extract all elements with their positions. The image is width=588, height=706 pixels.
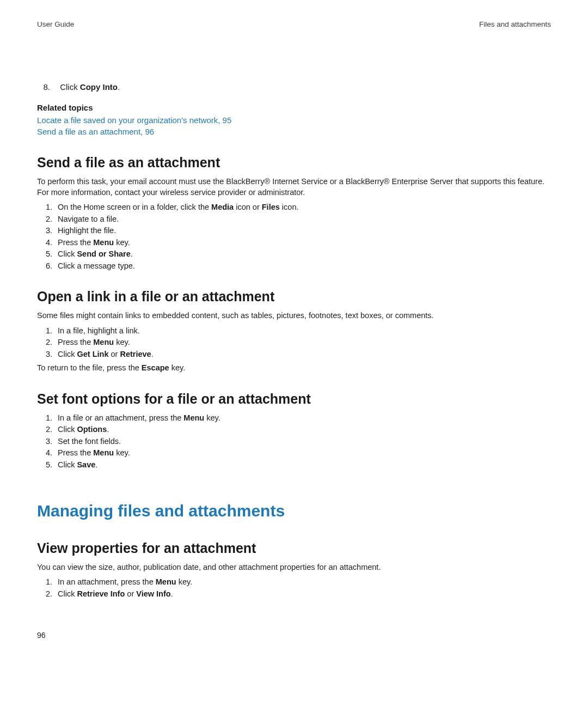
- step-text: icon.: [280, 203, 299, 211]
- step-text: Click: [58, 425, 77, 434]
- step-text: .: [131, 249, 133, 258]
- step-text: icon or: [234, 203, 262, 211]
- list-item: Click Send or Share.: [37, 249, 551, 260]
- list-item: Set the font fields.: [37, 436, 551, 447]
- related-topics-heading: Related topics: [37, 102, 551, 113]
- running-header: User Guide Files and attachments: [37, 20, 551, 29]
- step-text: or: [125, 589, 136, 598]
- step-bold: Get Link: [77, 350, 108, 358]
- step-text: .: [151, 350, 154, 358]
- list-item: Press the Menu key.: [37, 238, 551, 248]
- step-text: Click: [58, 460, 77, 469]
- related-link-1[interactable]: Locate a file saved on your organization…: [37, 115, 231, 125]
- section-send-title: Send a file as an attachment: [37, 154, 551, 172]
- section-view-title: View properties for an attachment: [37, 539, 551, 558]
- step-text: Highlight the file.: [58, 226, 116, 235]
- page: User Guide Files and attachments 8. Clic…: [0, 0, 588, 706]
- chapter-title: Managing files and attachments: [37, 500, 551, 522]
- section-open-intro: Some files might contain links to embedd…: [37, 311, 551, 321]
- list-item: In a file, highlight a link.: [37, 326, 551, 337]
- list-item: Click Retrieve Info or View Info.: [37, 589, 551, 600]
- step-text: .: [95, 460, 97, 469]
- step-text: Click: [58, 249, 77, 258]
- section-open-after: To return to the file, press the Escape …: [37, 363, 551, 374]
- step-text: .: [107, 425, 109, 434]
- step-text: Click: [58, 589, 77, 598]
- related-link-2[interactable]: Send a file as an attachment, 96: [37, 127, 154, 136]
- step-8-text-post: .: [118, 82, 120, 92]
- header-right: Files and attachments: [479, 20, 551, 29]
- header-left: User Guide: [37, 20, 74, 29]
- step-8-text-pre: Click: [60, 82, 80, 92]
- section-view-intro: You can view the size, author, publicati…: [37, 562, 551, 573]
- step-bold: Send or Share: [77, 249, 130, 258]
- step-text: Press the: [58, 448, 93, 457]
- step-bold: Menu: [93, 448, 114, 457]
- step-text: Click: [58, 350, 77, 358]
- list-item: Click a message type.: [37, 261, 551, 272]
- step-bold: Media: [211, 203, 234, 211]
- list-item: In an attachment, press the Menu key.: [37, 577, 551, 588]
- step-bold: Files: [262, 203, 280, 211]
- step-bold: Save: [77, 460, 95, 469]
- section-open-title: Open a link in a file or an attachment: [37, 288, 551, 306]
- page-number: 96: [37, 630, 46, 641]
- step-bold: Menu: [156, 577, 176, 586]
- step-text: Press the: [58, 238, 93, 247]
- section-view-steps: In an attachment, press the Menu key. Cl…: [37, 577, 551, 599]
- section-send-intro: To perform this task, your email account…: [37, 176, 551, 198]
- after-text: key.: [169, 363, 186, 372]
- step-bold: Menu: [93, 338, 114, 346]
- step-8-number: 8.: [37, 82, 50, 93]
- step-bold: Menu: [93, 238, 114, 247]
- step-text: key.: [204, 413, 220, 422]
- step-bold: View Info: [136, 589, 170, 598]
- step-text: .: [171, 589, 173, 598]
- step-text: key.: [114, 448, 130, 457]
- list-item: Press the Menu key.: [37, 337, 551, 348]
- list-item: Click Get Link or Retrieve.: [37, 349, 551, 360]
- section-font-title: Set font options for a file or an attach…: [37, 390, 551, 409]
- step-text: In a file, highlight a link.: [58, 326, 140, 335]
- step-text: Click a message type.: [58, 261, 135, 270]
- after-text: To return to the file, press the: [37, 363, 142, 372]
- section-font-steps: In a file or an attachment, press the Me…: [37, 413, 551, 471]
- section-send-steps: On the Home screen or in a folder, click…: [37, 202, 551, 271]
- after-bold: Escape: [142, 363, 169, 372]
- step-text: In an attachment, press the: [58, 577, 156, 586]
- step-text: key.: [114, 238, 130, 247]
- list-item: In a file or an attachment, press the Me…: [37, 413, 551, 424]
- step-text: Navigate to a file.: [58, 215, 119, 223]
- related-topics-links: Locate a file saved on your organization…: [37, 115, 551, 138]
- section-open-steps: In a file, highlight a link. Press the M…: [37, 326, 551, 360]
- list-item: Click Save.: [37, 460, 551, 471]
- step-text: On the Home screen or in a folder, click…: [58, 203, 211, 211]
- step-text: key.: [176, 577, 193, 586]
- list-item: Navigate to a file.: [37, 214, 551, 225]
- step-text: Set the font fields.: [58, 437, 121, 446]
- step-text: key.: [114, 338, 130, 346]
- step-text: Press the: [58, 338, 93, 346]
- step-text: In a file or an attachment, press the: [58, 413, 183, 422]
- step-bold: Retrieve: [120, 350, 151, 358]
- list-item: Highlight the file.: [37, 226, 551, 236]
- list-item: Press the Menu key.: [37, 448, 551, 459]
- step-bold: Retrieve Info: [77, 589, 125, 598]
- list-item: On the Home screen or in a folder, click…: [37, 202, 551, 213]
- step-8: 8. Click Copy Into.: [37, 82, 551, 93]
- list-item: Click Options.: [37, 424, 551, 435]
- step-bold: Menu: [183, 413, 204, 422]
- step-8-bold: Copy Into: [80, 82, 118, 92]
- step-text: or: [108, 350, 120, 358]
- step-bold: Options: [77, 425, 107, 434]
